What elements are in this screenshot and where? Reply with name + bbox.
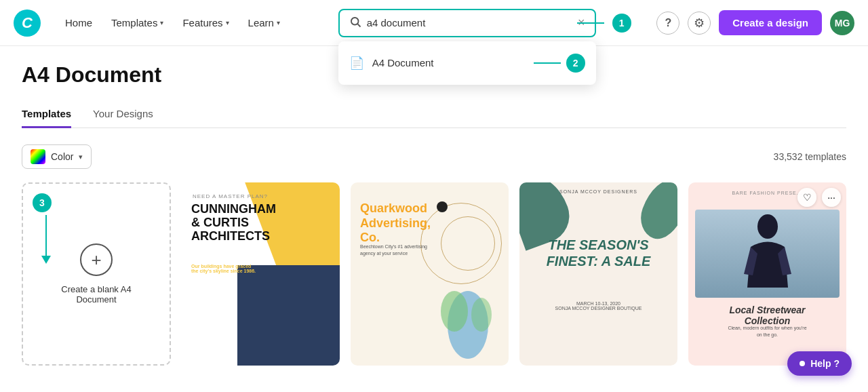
main-content: A4 Document Templates Your Designs Color…: [0, 46, 868, 382]
blank-card-label: Create a blank A4 Document: [42, 284, 151, 305]
settings-button[interactable]: ⚙: [688, 12, 711, 35]
svg-point-0: [351, 18, 359, 25]
search-dropdown: 📄 A4 Document 2: [338, 41, 596, 85]
annotation-2-arrow-line: [534, 62, 561, 64]
nav-templates[interactable]: Templates ▾: [103, 12, 172, 34]
card-streetwear-header: BARE FASHION PRESE...: [732, 191, 802, 195]
annotation-1-group: 1: [577, 14, 631, 33]
card-streetwear-title: Local StreetwearCollection: [729, 305, 805, 326]
search-area: × 1 📄 A4 Document 2: [288, 9, 646, 37]
svg-point-3: [441, 291, 468, 332]
svg-line-1: [357, 24, 360, 26]
help-float-button[interactable]: Help ?: [787, 351, 852, 376]
learn-label: Learn: [248, 17, 274, 28]
color-swatch-icon: [31, 149, 45, 164]
features-label: Features: [182, 17, 222, 28]
card-seasons-date: MARCH 10-13, 2020SONJA MCCOY DESIGNER BO…: [555, 301, 642, 311]
card-seasons-image: SONJA MCCOY DESIGNERS THE SEASON'S FINES…: [519, 182, 677, 366]
tab-your-designs[interactable]: Your Designs: [93, 101, 153, 128]
nav-right: ? ⚙ Create a design MG: [656, 10, 854, 35]
search-icon: [349, 16, 361, 31]
more-options-button[interactable]: ···: [822, 188, 841, 207]
templates-count: 33,532 templates: [774, 151, 846, 162]
nav-links: Home Templates ▾ Features ▾ Learn ▾: [57, 12, 288, 34]
card-leaf-right: [634, 182, 677, 246]
card-dark-shape: [237, 265, 340, 366]
card-quarkwood-title: QuarkwoodAdvertising,Co.: [360, 201, 431, 246]
card-actions: ♡ ···: [797, 188, 841, 207]
nav-learn[interactable]: Learn ▾: [240, 12, 288, 34]
doc-icon: 📄: [349, 56, 364, 71]
color-filter-button[interactable]: Color ▾: [22, 144, 92, 169]
template-card-seasons[interactable]: SONJA MCCOY DESIGNERS THE SEASON'S FINES…: [519, 182, 677, 366]
filters-row: Color ▾ 33,532 templates: [22, 144, 846, 169]
card-streetwear-image: BARE FASHION PRESE... ♡ ··· Local Street…: [688, 182, 846, 366]
logo[interactable]: C: [14, 9, 41, 37]
templates-chevron-icon: ▾: [160, 19, 163, 26]
blank-template-card[interactable]: 3 + Create a blank A4 Document: [22, 182, 171, 366]
template-card-cunningham[interactable]: NEED A MASTER PLAN? CUNNINGHAM& CURTISAR…: [182, 182, 340, 366]
card-cunningham-image: NEED A MASTER PLAN? CUNNINGHAM& CURTISAR…: [182, 182, 340, 366]
person-silhouette: [741, 213, 795, 294]
annotation-2-group: 2: [534, 54, 585, 73]
favorite-button[interactable]: ♡: [797, 188, 816, 207]
create-design-button[interactable]: Create a design: [719, 10, 822, 35]
annotation-badge-2: 2: [566, 54, 585, 73]
avatar[interactable]: MG: [830, 11, 854, 35]
annotation-arrow-line: [577, 22, 604, 24]
add-blank-icon: +: [80, 243, 113, 276]
search-box[interactable]: ×: [338, 9, 596, 37]
card-quarkwood-sub: Beechtown City's #1 advertising agency a…: [360, 243, 441, 257]
card-cunningham-title: CUNNINGHAM& CURTISARCHITECTS: [191, 203, 273, 243]
card-streetwear-sub: Clean, modern outfits for when you're on…: [728, 325, 807, 338]
help-float-label: Help ?: [810, 358, 840, 369]
dropdown-item-a4[interactable]: 📄 A4 Document 2: [338, 47, 596, 79]
template-card-quarkwood[interactable]: QuarkwoodAdvertising,Co. Beechtown City'…: [351, 182, 509, 366]
annotation-badge-3: 3: [33, 193, 52, 212]
template-card-streetwear[interactable]: BARE FASHION PRESE... ♡ ··· Local Street…: [688, 182, 846, 366]
template-grid: 3 + Create a blank A4 Document NEED A MA…: [22, 182, 846, 366]
navbar: C Home Templates ▾ Features ▾ Learn ▾: [0, 0, 868, 46]
learn-chevron-icon: ▾: [277, 19, 280, 26]
card-need-plan-text: NEED A MASTER PLAN?: [193, 193, 268, 199]
tab-templates[interactable]: Templates: [22, 101, 71, 128]
nav-home[interactable]: Home: [57, 12, 100, 34]
svg-point-4: [471, 298, 492, 332]
search-input[interactable]: [367, 17, 572, 28]
home-label: Home: [65, 17, 92, 28]
nav-features[interactable]: Features ▾: [174, 12, 237, 34]
color-chevron-icon: ▾: [79, 153, 83, 161]
card-plant-decoration: [441, 271, 495, 366]
help-circle-button[interactable]: ?: [656, 12, 679, 35]
color-label: Color: [51, 151, 73, 162]
arrow-line: [45, 215, 47, 256]
card-dot: [437, 201, 448, 212]
logo-text: C: [22, 14, 33, 32]
templates-label: Templates: [111, 17, 157, 28]
arrow-head-icon: [41, 256, 51, 264]
annotation-arrow-down: [41, 215, 51, 264]
card-seasons-header: SONJA MCCOY DESIGNERS: [559, 189, 637, 194]
annotation-badge-1: 1: [612, 14, 631, 33]
search-wrapper: × 1 📄 A4 Document 2: [338, 9, 596, 37]
avatar-initials: MG: [835, 18, 850, 28]
svg-point-5: [757, 214, 778, 239]
card-circle-2: [441, 216, 495, 271]
card-quarkwood-image: QuarkwoodAdvertising,Co. Beechtown City'…: [351, 182, 509, 366]
card-cunningham-sub: Our buildings have graced the city's sky…: [191, 264, 259, 273]
card-seasons-title: THE SEASON'S FINEST: A SALE: [528, 237, 670, 269]
card-streetwear-photo: [695, 210, 840, 298]
dropdown-item-text: A4 Document: [372, 57, 434, 68]
tabs: Templates Your Designs: [22, 101, 846, 128]
features-chevron-icon: ▾: [226, 19, 229, 26]
gear-icon: ⚙: [694, 16, 705, 31]
help-dot-icon: [800, 361, 805, 366]
